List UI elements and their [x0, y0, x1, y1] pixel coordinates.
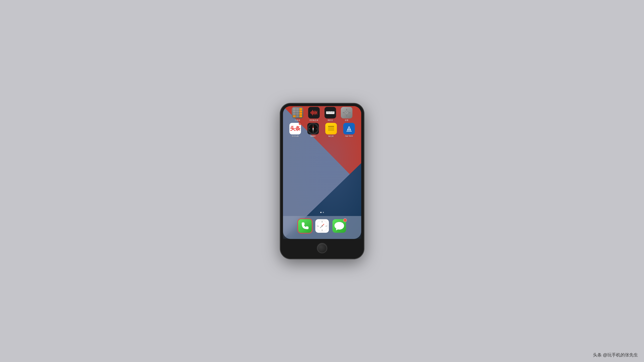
- voicememo-label: 语音备忘录: [309, 119, 318, 122]
- dock-app-safari[interactable]: N S W E: [315, 219, 329, 233]
- dock: N S W E: [283, 216, 361, 239]
- app-appstore[interactable]: A App Store: [342, 123, 356, 138]
- app-calculator[interactable]: 计算器: [290, 107, 305, 122]
- toutiao-label: 今日头条: [292, 135, 299, 138]
- iphone-screen: 计算器: [283, 106, 361, 239]
- watermark: 头条 @玩手机的张先生: [593, 352, 638, 358]
- svg-text:N: N: [322, 221, 322, 223]
- page-dots: [283, 212, 361, 213]
- page-dot-2: [323, 212, 324, 213]
- notes-icon: [325, 123, 337, 134]
- settings-icon: [341, 107, 352, 118]
- svg-rect-22: [298, 219, 312, 233]
- dock-app-messages[interactable]: !: [332, 219, 346, 233]
- second-app-row: 头 条 3 今日头条 N: [286, 123, 358, 138]
- svg-text:E: E: [326, 226, 326, 227]
- svg-text:S: S: [322, 229, 322, 231]
- appstore-icon: A: [343, 123, 355, 134]
- voicememo-icon: [308, 107, 320, 118]
- app-settings[interactable]: 设置: [340, 107, 354, 122]
- home-button[interactable]: [317, 243, 327, 253]
- calculator-label: 计算器: [295, 119, 300, 122]
- measure-label: 测距仪: [328, 119, 333, 122]
- svg-text:A: A: [347, 125, 351, 132]
- iphone-shell: 计算器: [280, 103, 364, 259]
- svg-point-17: [312, 128, 314, 129]
- calculator-icon: [292, 107, 303, 118]
- app-grid: 计算器: [283, 106, 361, 139]
- home-area: [283, 240, 361, 256]
- app-voicememo[interactable]: 语音备忘录: [307, 107, 321, 122]
- top-partial-row: 计算器: [286, 107, 358, 122]
- toutiao-icon: 头 条 3: [289, 123, 301, 134]
- messages-badge: !: [343, 218, 347, 222]
- svg-text:E: E: [316, 128, 317, 129]
- measure-icon: [324, 107, 336, 118]
- notes-label: 备忘录: [328, 135, 334, 138]
- appstore-label: App Store: [345, 135, 353, 137]
- phone-icon: [298, 219, 312, 233]
- app-notes[interactable]: 备忘录: [324, 123, 338, 138]
- settings-label: 设置: [345, 119, 348, 122]
- page-dot-1: [320, 212, 322, 213]
- compass-label: 指南针: [310, 135, 316, 138]
- svg-text:W: W: [318, 226, 319, 227]
- safari-icon: N S W E: [315, 219, 329, 233]
- app-toutiao[interactable]: 头 条 3 今日头条: [288, 123, 302, 138]
- svg-point-32: [322, 226, 322, 226]
- svg-text:W: W: [309, 128, 310, 129]
- app-compass[interactable]: N S W E 指南针: [306, 123, 320, 138]
- page-background: 头条 @玩手机的张先生: [0, 0, 644, 362]
- app-measure[interactable]: 测距仪: [323, 107, 338, 122]
- svg-point-8: [346, 112, 348, 113]
- dock-app-phone[interactable]: [298, 219, 312, 233]
- compass-icon: N S W E: [307, 123, 319, 134]
